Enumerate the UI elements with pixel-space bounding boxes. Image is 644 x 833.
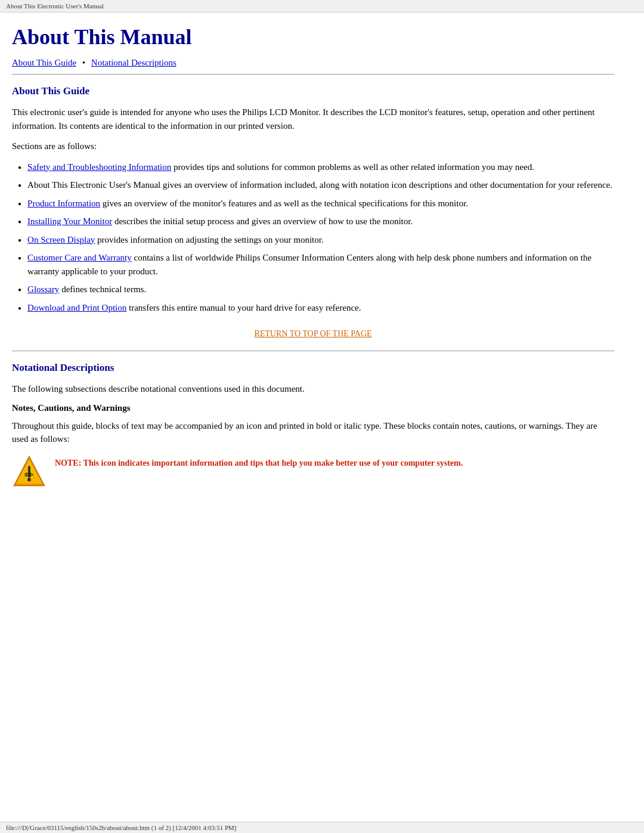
link-glossary[interactable]: Glossary: [27, 284, 59, 294]
notes-cautions-heading: Notes, Cautions, and Warnings: [12, 403, 614, 413]
section2-para2: Throughout this guide, blocks of text ma…: [12, 419, 614, 446]
nav-link-notational[interactable]: Notational Descriptions: [91, 58, 177, 67]
list-item-content: Glossary defines technical terms.: [27, 283, 146, 296]
link-customer-care[interactable]: Customer Care and Warranty: [27, 253, 132, 262]
nav-links: About This Guide • Notational Descriptio…: [12, 58, 614, 68]
nav-link-about-guide[interactable]: About This Guide: [12, 58, 76, 67]
list-item-content: About This Electronic User's Manual give…: [27, 178, 612, 192]
section1-para2: Sections are as follows:: [12, 140, 614, 153]
link-safety[interactable]: Safety and Troubleshooting Information: [27, 162, 171, 172]
link-download[interactable]: Download and Print Option: [27, 303, 126, 312]
link-installing-monitor[interactable]: Installing Your Monitor: [27, 216, 112, 226]
list-item: About This Electronic User's Manual give…: [18, 178, 614, 192]
section1-para1: This electronic user's guide is intended…: [12, 106, 614, 132]
list-item: Customer Care and Warranty contains a li…: [18, 251, 614, 278]
list-item-content: Safety and Troubleshooting Information p…: [27, 160, 534, 174]
list-item: Safety and Troubleshooting Information p…: [18, 160, 614, 174]
section-notational: Notational Descriptions The following su…: [12, 362, 614, 489]
svg-text:✏: ✏: [24, 468, 34, 481]
list-item: Download and Print Option transfers this…: [18, 301, 614, 315]
browser-title-bar: About This Electronic User's Manual: [0, 0, 644, 13]
section2-para1: The following subsections describe notat…: [12, 382, 614, 396]
list-item-content: Product Information gives an overview of…: [27, 197, 468, 210]
page-title: About This Manual: [12, 24, 614, 49]
note-box: ! ✏ NOTE: This icon indicates important …: [12, 454, 614, 489]
list-item-content: Download and Print Option transfers this…: [27, 301, 361, 315]
return-link-container: RETURN TO TOP OF THE PAGE: [12, 329, 614, 339]
note-text: NOTE: This icon indicates important info…: [55, 454, 463, 469]
browser-title-text: About This Electronic User's Manual: [6, 2, 104, 10]
list-item: Glossary defines technical terms.: [18, 283, 614, 296]
nav-separator: •: [82, 58, 85, 67]
return-to-top-link[interactable]: RETURN TO TOP OF THE PAGE: [254, 329, 371, 338]
list-item: On Screen Display provides information o…: [18, 233, 614, 247]
list-item-content: Installing Your Monitor describes the in…: [27, 215, 413, 228]
list-item-content: Customer Care and Warranty contains a li…: [27, 251, 614, 278]
list-item: Installing Your Monitor describes the in…: [18, 215, 614, 228]
divider-1: [12, 74, 614, 75]
page-content: About This Manual About This Guide • Not…: [0, 13, 632, 501]
divider-2: [12, 351, 614, 351]
section1-list: Safety and Troubleshooting Information p…: [18, 160, 614, 315]
list-item-content: On Screen Display provides information o…: [27, 233, 324, 247]
link-osd[interactable]: On Screen Display: [27, 235, 95, 244]
section-about-guide: About This Guide This electronic user's …: [12, 85, 614, 339]
link-product-info[interactable]: Product Information: [27, 199, 100, 208]
warning-triangle-icon: ! ✏: [12, 454, 47, 489]
section-heading-about-guide: About This Guide: [12, 85, 614, 97]
list-item: Product Information gives an overview of…: [18, 197, 614, 210]
section-heading-notational: Notational Descriptions: [12, 362, 614, 374]
